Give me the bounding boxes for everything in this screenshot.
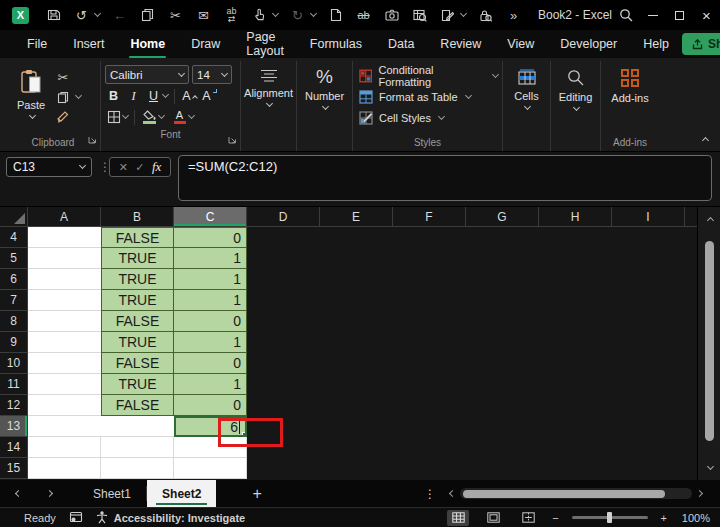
zoom-out-button[interactable]: − xyxy=(552,512,558,524)
strikethrough-icon[interactable]: ab xyxy=(355,6,372,24)
permissions-icon[interactable] xyxy=(477,6,494,24)
column-header-e[interactable]: E xyxy=(320,207,393,227)
row-header[interactable]: 15 xyxy=(0,458,28,479)
tab-file[interactable]: File xyxy=(14,30,60,58)
cell[interactable]: 0 xyxy=(174,227,247,248)
cell[interactable] xyxy=(28,353,101,374)
page-layout-view-button[interactable] xyxy=(482,510,504,526)
clipboard-dialog-launcher-icon[interactable] xyxy=(88,130,97,148)
name-box[interactable]: C13 xyxy=(6,157,92,177)
conditional-formatting-button[interactable]: Conditional Formatting xyxy=(357,65,498,86)
horizontal-scroll-track[interactable] xyxy=(460,488,692,499)
formula-input[interactable]: =SUM(C2:C12) xyxy=(178,155,712,201)
cell[interactable] xyxy=(28,248,101,269)
row-header[interactable]: 12 xyxy=(0,395,28,416)
edit-form-dropdown-icon[interactable] xyxy=(460,10,467,17)
cell[interactable]: FALSE xyxy=(101,227,174,248)
font-name-select[interactable]: Calibri xyxy=(105,65,189,84)
prev-sheet-icon[interactable] xyxy=(15,490,22,497)
new-file-icon[interactable] xyxy=(327,6,344,24)
cell[interactable] xyxy=(101,458,174,479)
cell-styles-button[interactable]: Cell Styles xyxy=(357,107,498,128)
sheet-tab-sheet2[interactable]: Sheet2 xyxy=(147,480,216,507)
row-header-active[interactable]: 13 xyxy=(0,416,28,437)
zoom-level[interactable]: 100% xyxy=(680,512,710,524)
row-header[interactable]: 9 xyxy=(0,332,28,353)
zoom-in-button[interactable]: + xyxy=(661,512,667,524)
search-icon[interactable] xyxy=(612,0,639,30)
cell[interactable] xyxy=(174,458,247,479)
italic-button[interactable]: I xyxy=(125,87,142,105)
paste-dropdown-icon[interactable] xyxy=(28,112,35,119)
tab-review[interactable]: Review xyxy=(427,30,494,58)
touch-mode-dropdown-icon[interactable] xyxy=(272,10,279,17)
cancel-icon[interactable]: ✕ xyxy=(119,161,128,174)
tab-page-layout[interactable]: Page Layout xyxy=(233,30,297,58)
find-replace-icon[interactable]: ab⇄ xyxy=(223,6,240,24)
close-button[interactable]: × xyxy=(693,0,720,30)
column-header-h[interactable]: H xyxy=(539,207,612,227)
paste-button[interactable]: Paste xyxy=(10,63,52,134)
row-header[interactable]: 14 xyxy=(0,437,28,458)
horizontal-scrollbar[interactable] xyxy=(450,480,702,507)
vertical-scrollbar[interactable] xyxy=(697,207,720,480)
page-break-preview-button[interactable] xyxy=(517,510,539,526)
decrease-font-button[interactable]: A xyxy=(201,87,218,105)
macro-record-icon[interactable] xyxy=(69,511,83,525)
font-color-button[interactable]: A xyxy=(171,108,188,126)
scroll-left-icon[interactable] xyxy=(449,490,456,497)
normal-view-button[interactable] xyxy=(447,510,469,526)
insert-function-icon[interactable]: fx xyxy=(152,159,161,175)
cut-icon[interactable]: ✂ xyxy=(167,6,184,24)
horizontal-scroll-thumb[interactable] xyxy=(463,490,665,498)
underline-dropdown-icon[interactable] xyxy=(162,91,169,98)
qat-more-icon[interactable]: » xyxy=(505,6,522,24)
tab-insert[interactable]: Insert xyxy=(60,30,117,58)
zoom-slider-handle[interactable] xyxy=(607,512,612,523)
row-header[interactable]: 8 xyxy=(0,311,28,332)
cell[interactable] xyxy=(28,416,101,437)
cell[interactable] xyxy=(28,437,101,458)
cell[interactable] xyxy=(28,332,101,353)
cell[interactable]: 1 xyxy=(174,332,247,353)
cell[interactable]: 1 xyxy=(174,248,247,269)
cell[interactable] xyxy=(101,437,174,458)
redo-icon[interactable]: ↻ xyxy=(289,6,306,24)
undo-dropdown-icon[interactable] xyxy=(94,10,101,17)
column-header-f[interactable]: F xyxy=(393,207,466,227)
tab-draw[interactable]: Draw xyxy=(178,30,233,58)
vertical-scroll-thumb[interactable] xyxy=(705,241,714,441)
row-header[interactable]: 10 xyxy=(0,353,28,374)
cell[interactable] xyxy=(28,269,101,290)
scroll-right-icon[interactable] xyxy=(696,490,703,497)
tab-formulas[interactable]: Formulas xyxy=(297,30,375,58)
accessibility-status[interactable]: Accessibility: Investigate xyxy=(96,511,245,524)
bold-button[interactable]: B xyxy=(105,87,122,105)
add-sheet-button[interactable]: + xyxy=(252,480,261,507)
tab-help[interactable]: Help xyxy=(630,30,682,58)
editing-button[interactable]: Editing xyxy=(555,63,596,151)
cell[interactable] xyxy=(101,416,174,437)
cell[interactable] xyxy=(28,458,101,479)
column-header-c[interactable]: C xyxy=(174,207,247,227)
row-header[interactable]: 4 xyxy=(0,227,28,248)
collapse-ribbon-icon[interactable] xyxy=(702,137,709,144)
sheet-tab-sheet1[interactable]: Sheet1 xyxy=(78,480,146,507)
name-box-dropdown-icon[interactable] xyxy=(79,162,86,169)
cell[interactable]: 0 xyxy=(174,311,247,332)
minimize-button[interactable] xyxy=(639,0,666,30)
tab-developer[interactable]: Developer xyxy=(547,30,630,58)
borders-button[interactable] xyxy=(105,108,122,126)
cell[interactable]: 0 xyxy=(174,395,247,416)
camera-icon[interactable] xyxy=(383,6,400,24)
sheet-more-icon[interactable]: ⋮ xyxy=(424,480,436,507)
select-all-corner[interactable] xyxy=(0,207,28,227)
scroll-down-icon[interactable] xyxy=(698,460,720,476)
fill-color-button[interactable] xyxy=(141,108,158,126)
save-icon[interactable] xyxy=(45,6,62,24)
cell[interactable] xyxy=(28,395,101,416)
font-color-dropdown-icon[interactable] xyxy=(188,112,195,119)
cell[interactable]: TRUE xyxy=(101,374,174,395)
tab-home[interactable]: Home xyxy=(117,30,178,58)
cell[interactable]: 0 xyxy=(174,353,247,374)
